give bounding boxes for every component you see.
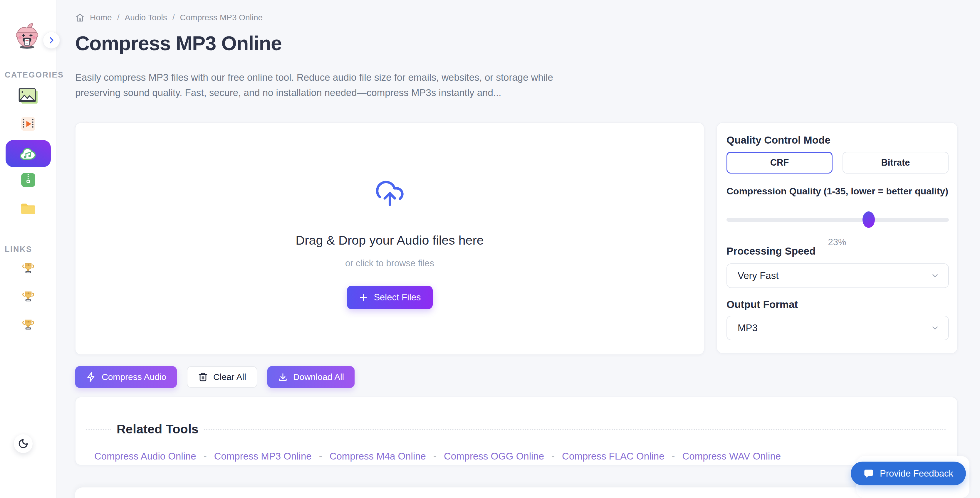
svg-text:1: 1: [28, 292, 29, 295]
quality-control-mode-label: Quality Control Mode: [727, 134, 830, 146]
breadcrumb-separator: /: [172, 13, 175, 22]
apple-mascot-icon: [12, 22, 42, 49]
processing-speed-label: Processing Speed: [727, 245, 816, 257]
slider-thumb[interactable]: [862, 211, 875, 228]
sidebar-item-audio-tools-active[interactable]: [6, 140, 51, 167]
moon-icon: [18, 438, 29, 449]
clear-all-button[interactable]: Clear All: [187, 366, 257, 388]
divider: [204, 429, 947, 430]
dropzone-card[interactable]: Drag & Drop your Audio files here or cli…: [75, 122, 705, 355]
related-link-compress-audio[interactable]: Compress Audio Online: [94, 451, 196, 462]
folder-icon: [20, 202, 36, 215]
quality-mode-segmented-control: CRF Bitrate: [727, 152, 949, 173]
slider-track[interactable]: [727, 218, 949, 222]
processing-speed-select[interactable]: Very Fast: [727, 263, 949, 288]
bitrate-mode-button[interactable]: Bitrate: [843, 152, 948, 173]
output-format-value: MP3: [738, 322, 757, 333]
processing-speed-value: Very Fast: [738, 270, 778, 281]
video-icon: [21, 117, 35, 131]
chevron-down-icon: [931, 271, 939, 280]
link-separator: -: [204, 451, 207, 462]
output-format-select[interactable]: MP3: [727, 316, 949, 340]
provide-feedback-label: Provide Feedback: [880, 468, 953, 479]
plus-icon: [358, 292, 368, 303]
archive-icon: [21, 173, 35, 187]
provide-feedback-button[interactable]: Provide Feedback: [851, 462, 966, 485]
sidebar-item-video-tools[interactable]: [0, 117, 56, 131]
action-bar: Compress Audio Clear All Download All: [75, 366, 355, 388]
links-label: LINKS: [5, 245, 64, 254]
divider: [86, 429, 111, 430]
related-link-compress-ogg[interactable]: Compress OGG Online: [444, 451, 544, 462]
dark-mode-toggle[interactable]: [14, 434, 33, 453]
link-separator: -: [551, 451, 555, 462]
select-files-button[interactable]: Select Files: [347, 286, 433, 309]
svg-text:1: 1: [28, 264, 29, 266]
clear-all-label: Clear All: [213, 372, 246, 382]
speech-bubble-icon: [863, 468, 874, 479]
page-description: Easily compress MP3 files with our free …: [75, 70, 554, 100]
settings-panel: Quality Control Mode CRF Bitrate Compres…: [716, 122, 958, 354]
select-files-label: Select Files: [374, 292, 421, 303]
image-icon: [18, 88, 38, 104]
chevron-down-icon: [931, 324, 939, 332]
compress-mp3-page: CATEGORIES: [0, 0, 980, 498]
main-content: Home / Audio Tools / Compress MP3 Online…: [57, 0, 980, 498]
sidebar-item-archive-tools[interactable]: [0, 173, 56, 187]
audio-cloud-icon: [19, 147, 37, 161]
related-link-compress-flac[interactable]: Compress FLAC Online: [562, 451, 664, 462]
breadcrumb-audio-tools[interactable]: Audio Tools: [124, 13, 167, 22]
crf-mode-button[interactable]: CRF: [727, 152, 832, 173]
related-tools-heading: Related Tools: [117, 422, 199, 436]
sidebar-link-1[interactable]: 1: [0, 263, 56, 274]
sidebar: CATEGORIES: [0, 0, 56, 498]
sidebar-item-image-tools[interactable]: [0, 88, 56, 104]
next-section-card: [75, 487, 958, 498]
chevron-right-icon: [47, 36, 56, 44]
breadcrumb: Home / Audio Tools / Compress MP3 Online: [75, 13, 262, 22]
sidebar-item-file-tools[interactable]: [0, 202, 56, 215]
breadcrumb-home[interactable]: Home: [90, 13, 112, 22]
sidebar-collapse-button[interactable]: [43, 32, 60, 49]
related-link-compress-wav[interactable]: Compress WAV Online: [682, 451, 781, 462]
lightning-icon: [86, 372, 96, 382]
trophy-icon: 1: [22, 263, 34, 274]
home-icon: [75, 13, 84, 22]
compression-quality-slider[interactable]: [727, 211, 949, 228]
compress-audio-label: Compress Audio: [102, 372, 166, 382]
related-link-compress-mp3[interactable]: Compress MP3 Online: [214, 451, 312, 462]
link-separator: -: [319, 451, 322, 462]
breadcrumb-separator: /: [117, 13, 119, 22]
sidebar-link-3[interactable]: 1: [0, 319, 56, 331]
categories-label: CATEGORIES: [5, 70, 64, 79]
page-title: Compress MP3 Online: [75, 32, 282, 55]
related-tools-card: Related Tools Compress Audio Online - Co…: [75, 397, 958, 465]
link-separator: -: [672, 451, 675, 462]
download-all-label: Download All: [293, 372, 344, 382]
cloud-upload-icon: [372, 178, 407, 208]
related-tools-links: Compress Audio Online - Compress MP3 Onl…: [94, 451, 781, 462]
related-link-compress-m4a[interactable]: Compress M4a Online: [329, 451, 426, 462]
trophy-icon: 1: [22, 291, 34, 303]
compression-quality-label: Compression Quality (1-35, lower = bette…: [727, 186, 948, 197]
svg-text:1: 1: [28, 320, 29, 323]
sidebar-link-2[interactable]: 1: [0, 291, 56, 303]
link-separator: -: [433, 451, 436, 462]
output-format-label: Output Format: [727, 299, 798, 310]
compress-audio-button[interactable]: Compress Audio: [75, 366, 177, 388]
breadcrumb-current: Compress MP3 Online: [180, 13, 263, 22]
download-icon: [278, 372, 288, 382]
dropzone-title: Drag & Drop your Audio files here: [296, 233, 484, 247]
trash-icon: [198, 372, 208, 382]
app-logo[interactable]: [12, 22, 42, 49]
download-all-button[interactable]: Download All: [267, 366, 355, 388]
dropzone-subtitle: or click to browse files: [345, 258, 434, 269]
trophy-icon: 1: [22, 319, 34, 331]
